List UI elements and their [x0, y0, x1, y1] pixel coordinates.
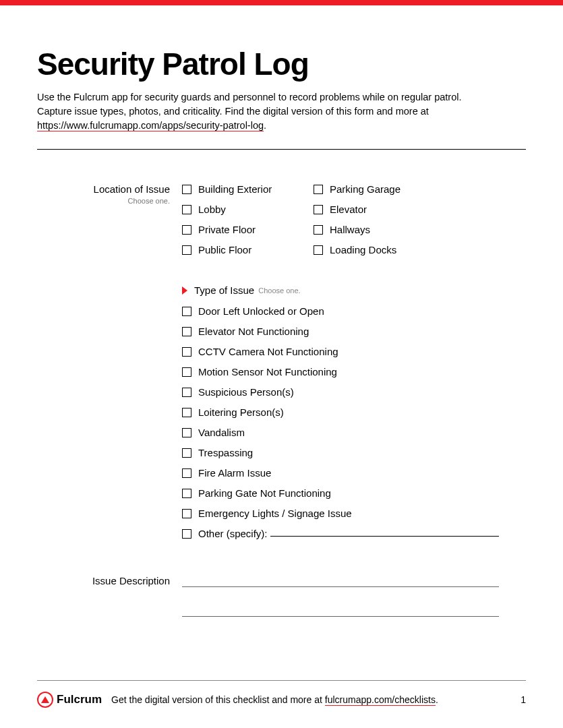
description-label: Issue Description	[92, 575, 170, 586]
form-area: Location of Issue Choose one. Building E…	[37, 183, 526, 634]
type-option[interactable]: Door Left Unlocked or Open	[182, 305, 499, 317]
type-option[interactable]: Parking Gate Not Functioning	[182, 487, 499, 499]
type-option[interactable]: Trespassing	[182, 447, 499, 458]
section-location: Location of Issue Choose one. Building E…	[64, 183, 499, 264]
location-options: Building Exterior Lobby Private Floor Pu…	[182, 183, 499, 264]
location-option[interactable]: Public Floor	[182, 244, 314, 255]
intro-text-2: .	[264, 120, 266, 131]
checkbox-icon	[182, 529, 191, 539]
type-options: Type of Issue Choose one. Door Left Unlo…	[182, 284, 499, 548]
checkbox-icon	[182, 245, 191, 255]
checkbox-icon	[182, 327, 191, 336]
checkbox-icon	[182, 185, 191, 194]
location-option[interactable]: Loading Docks	[314, 244, 445, 255]
type-header: Type of Issue Choose one.	[182, 284, 499, 296]
location-col-2: Parking Garage Elevator Hallways Loading…	[314, 183, 445, 264]
checkbox-icon	[182, 448, 191, 458]
checkbox-icon	[314, 225, 323, 235]
checkbox-icon	[182, 225, 191, 235]
page-number: 1	[521, 694, 526, 705]
type-label-col	[64, 284, 182, 548]
description-line	[182, 575, 499, 587]
location-option[interactable]: Building Exterior	[182, 183, 314, 195]
type-sublabel: Choose one.	[258, 286, 300, 295]
location-option[interactable]: Private Floor	[182, 224, 314, 235]
footer-text: Get the digital version of this checklis…	[111, 694, 438, 705]
footer-divider	[37, 680, 526, 681]
type-option[interactable]: Motion Sensor Not Functioning	[182, 366, 499, 377]
location-col-1: Building Exterior Lobby Private Floor Pu…	[182, 183, 314, 264]
checkbox-icon	[182, 489, 191, 498]
checkbox-icon	[182, 388, 191, 397]
fulcrum-logo-text: Fulcrum	[57, 693, 102, 706]
type-option[interactable]: Emergency Lights / Signage Issue	[182, 508, 499, 519]
checkbox-icon	[314, 205, 323, 214]
footer-text-2: .	[436, 694, 438, 705]
type-option[interactable]: Elevator Not Functioning	[182, 326, 499, 337]
location-option[interactable]: Lobby	[182, 204, 314, 215]
type-option[interactable]: Vandalism	[182, 427, 499, 438]
location-option[interactable]: Elevator	[314, 204, 445, 215]
footer-row: Fulcrum Get the digital version of this …	[37, 692, 526, 708]
checkbox-icon	[182, 347, 191, 357]
description-label-col: Issue Description	[64, 575, 182, 634]
checkbox-icon	[182, 428, 191, 437]
intro-text-1: Use the Fulcrum app for security guards …	[37, 92, 461, 117]
other-input-line[interactable]	[270, 536, 499, 537]
checkbox-icon	[182, 307, 191, 316]
checkbox-icon	[182, 468, 191, 478]
header-divider	[37, 149, 526, 150]
location-label: Location of Issue	[94, 183, 170, 195]
checkbox-icon	[182, 408, 191, 417]
description-line	[182, 605, 499, 617]
location-option[interactable]: Parking Garage	[314, 183, 445, 195]
other-label: Other (specify):	[198, 528, 268, 539]
footer-link[interactable]: fulcrumapp.com/checklists	[325, 694, 436, 706]
top-red-bar	[0, 0, 563, 5]
location-sublabel: Choose one.	[64, 197, 170, 205]
type-option[interactable]: CCTV Camera Not Functioning	[182, 346, 499, 357]
section-type: Type of Issue Choose one. Door Left Unlo…	[64, 284, 499, 548]
checkbox-icon	[182, 205, 191, 214]
page-title: Security Patrol Log	[37, 46, 526, 82]
checkbox-icon	[314, 185, 323, 194]
type-option[interactable]: Loitering Person(s)	[182, 406, 499, 418]
page-container: Security Patrol Log Use the Fulcrum app …	[0, 5, 563, 728]
footer-text-1: Get the digital version of this checklis…	[111, 694, 325, 705]
caret-right-icon	[182, 286, 187, 295]
description-lines[interactable]	[182, 575, 499, 634]
checkbox-icon	[182, 367, 191, 377]
intro-paragraph: Use the Fulcrum app for security guards …	[37, 90, 469, 133]
checkbox-icon	[182, 509, 191, 518]
location-option[interactable]: Hallways	[314, 224, 445, 235]
type-option[interactable]: Suspicious Person(s)	[182, 386, 499, 398]
triangle-icon	[41, 696, 49, 703]
fulcrum-logo-icon	[37, 692, 53, 708]
section-description: Issue Description	[64, 575, 499, 634]
type-option-other[interactable]: Other (specify):	[182, 528, 499, 539]
checkbox-icon	[314, 245, 323, 255]
type-option[interactable]: Fire Alarm Issue	[182, 467, 499, 479]
intro-link[interactable]: https://www.fulcrumapp.com/apps/security…	[37, 120, 264, 131]
fulcrum-logo: Fulcrum	[37, 692, 102, 708]
location-label-col: Location of Issue Choose one.	[64, 183, 182, 264]
type-label: Type of Issue	[194, 284, 254, 296]
footer: Fulcrum Get the digital version of this …	[37, 680, 526, 708]
